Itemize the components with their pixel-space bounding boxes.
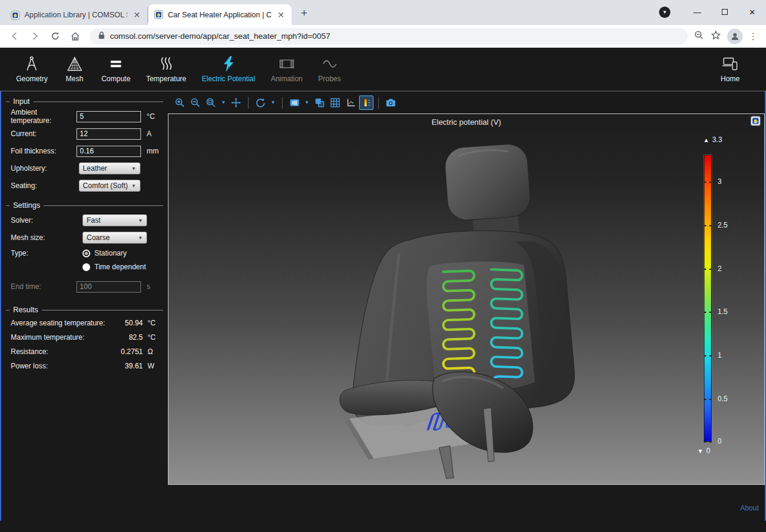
field-label: Seating:: [11, 182, 79, 190]
triangle-down-icon: ▼: [697, 448, 703, 454]
ribbon-label: Animation: [271, 75, 302, 83]
mesh-triangle-icon: [66, 56, 84, 72]
result-label: Average seating temperature:: [11, 319, 112, 327]
menu-kebab-icon[interactable]: ⋮: [749, 31, 758, 42]
zoom-box-button[interactable]: [204, 96, 218, 110]
result-unit: °C: [148, 333, 163, 342]
home-button-browser[interactable]: [67, 28, 84, 45]
result-average-seating-temperature: Average seating temperature: 50.94 °C: [11, 319, 163, 327]
result-label: Resistance:: [11, 348, 112, 356]
ribbon-button-probes: Probes: [311, 53, 349, 85]
reload-button[interactable]: [47, 28, 63, 45]
comsol-favicon-icon: [11, 11, 20, 20]
zoom-box-dropdown-icon[interactable]: ▼: [219, 100, 228, 105]
result-unit: °C: [148, 319, 163, 327]
browser-tab-background[interactable]: Application Library | COMSOL Se ✕: [5, 7, 148, 23]
section-header-input: Input: [6, 97, 163, 106]
color-legend-button[interactable]: [359, 96, 373, 110]
colorbar-min-value: 0: [706, 447, 710, 455]
plot-toolbar: ▼ ▼ ▼: [168, 91, 765, 113]
ribbon-button-geometry[interactable]: Geometry: [8, 53, 56, 85]
axes-plot-button[interactable]: [344, 96, 358, 110]
zoom-extents-button[interactable]: [229, 96, 243, 110]
rotate-dropdown-icon[interactable]: ▼: [269, 100, 277, 105]
field-label: Foil thickness:: [11, 147, 76, 155]
field-unit: s: [147, 282, 163, 291]
maximize-button[interactable]: [711, 2, 739, 22]
back-button[interactable]: [6, 28, 23, 45]
radio-selected-icon: [82, 250, 90, 257]
graphics-canvas[interactable]: Electric potential (V): [168, 113, 765, 485]
browser-tab-active[interactable]: Car Seat Heater Application | CO ✕: [148, 4, 292, 25]
grid-button[interactable]: [328, 96, 342, 110]
new-tab-button[interactable]: +: [296, 5, 312, 21]
go-to-view-dropdown-icon[interactable]: ▼: [303, 100, 311, 105]
ambient-temperature-input[interactable]: [76, 111, 141, 122]
colorbar-gradient: 3 2.5 2 1.5 1 0.5 0: [704, 155, 712, 442]
bookmark-star-icon[interactable]: [710, 30, 721, 43]
colorbar-max-value: 3.3: [712, 136, 722, 144]
zoom-out-icon[interactable]: [694, 30, 704, 43]
foil-thickness-input[interactable]: [76, 146, 141, 157]
ribbon-label: Compute: [102, 75, 131, 83]
radio-stationary[interactable]: Stationary: [82, 249, 146, 257]
result-label: Power loss:: [11, 362, 112, 370]
ribbon-button-compute[interactable]: Compute: [94, 53, 139, 85]
solver-dropdown[interactable]: Fast ▼: [82, 214, 147, 226]
snapshot-button[interactable]: [384, 96, 398, 110]
graphics-panel: ▼ ▼ ▼: [168, 91, 765, 521]
zoom-out-button[interactable]: [188, 96, 203, 110]
temperature-waves-icon: [157, 56, 175, 72]
rotate-button[interactable]: [253, 96, 268, 110]
result-value: 39.61: [112, 362, 143, 370]
field-label: End time:: [11, 282, 76, 291]
field-current: Current: A: [11, 128, 163, 140]
upholstery-dropdown[interactable]: Leather ▼: [79, 162, 140, 174]
ribbon-label: Probes: [318, 75, 341, 83]
field-label: Upholstery:: [11, 164, 79, 173]
field-unit: A: [147, 130, 163, 138]
probes-wave-icon: [321, 56, 339, 72]
about-link[interactable]: About: [740, 504, 759, 512]
ribbon-label: Home: [721, 75, 740, 83]
compute-equals-icon: [107, 56, 125, 72]
seating-dropdown[interactable]: Comfort (Soft) ▼: [79, 180, 140, 192]
ribbon-button-animation: Animation: [263, 53, 310, 85]
radio-unselected-icon: [82, 263, 90, 271]
tab-close-icon[interactable]: ✕: [276, 10, 286, 20]
geometry-compass-icon: [23, 56, 41, 72]
minimize-button[interactable]: —: [684, 2, 711, 22]
zoom-in-button[interactable]: [173, 96, 187, 110]
result-label: Maximum temperature:: [11, 333, 112, 342]
forward-button[interactable]: [26, 28, 43, 45]
ribbon-label: Electric Potential: [202, 75, 255, 83]
tab-close-icon[interactable]: ✕: [132, 10, 142, 20]
field-foil-thickness: Foil thickness: mm: [11, 145, 163, 157]
chevron-down-icon: ▼: [138, 235, 143, 241]
comsol-favicon-icon: [154, 10, 163, 19]
ribbon-button-electric-potential[interactable]: Electric Potential: [194, 53, 263, 85]
transparency-button[interactable]: [312, 96, 327, 110]
ribbon-button-home[interactable]: Home: [711, 53, 749, 85]
color-legend: ▲ 3.3 3 2.5 2 1.5 1 0.5 0: [703, 136, 737, 455]
end-time-input: [76, 281, 141, 293]
url-bar[interactable]: comsol.com/server-demo/app/car_seat_heat…: [90, 28, 688, 45]
radio-time-dependent[interactable]: Time dependent: [82, 263, 146, 271]
ribbon-button-mesh[interactable]: Mesh: [56, 53, 94, 85]
field-unit: °C: [147, 112, 163, 121]
colorbar-max: ▲ 3.3: [703, 136, 737, 144]
section-header-settings: Settings: [6, 201, 163, 210]
form-panel: Input Ambient temperature: °C Current: A…: [1, 91, 168, 521]
current-input[interactable]: [76, 128, 141, 140]
chrome-status-chevron-icon[interactable]: ▼: [659, 7, 670, 18]
close-button[interactable]: ✕: [739, 2, 766, 22]
profile-avatar[interactable]: [727, 29, 743, 44]
mesh-size-dropdown[interactable]: Coarse ▼: [82, 232, 147, 244]
field-label: Solver:: [11, 216, 82, 225]
dropdown-value: Comfort (Soft): [83, 182, 131, 190]
address-bar-actions: ⋮: [694, 29, 760, 44]
go-to-view-button[interactable]: [287, 96, 302, 110]
result-resistance: Resistance: 0.2751 Ω: [11, 348, 163, 356]
ribbon-button-temperature[interactable]: Temperature: [138, 53, 194, 85]
field-seating: Seating: Comfort (Soft) ▼: [11, 180, 163, 192]
